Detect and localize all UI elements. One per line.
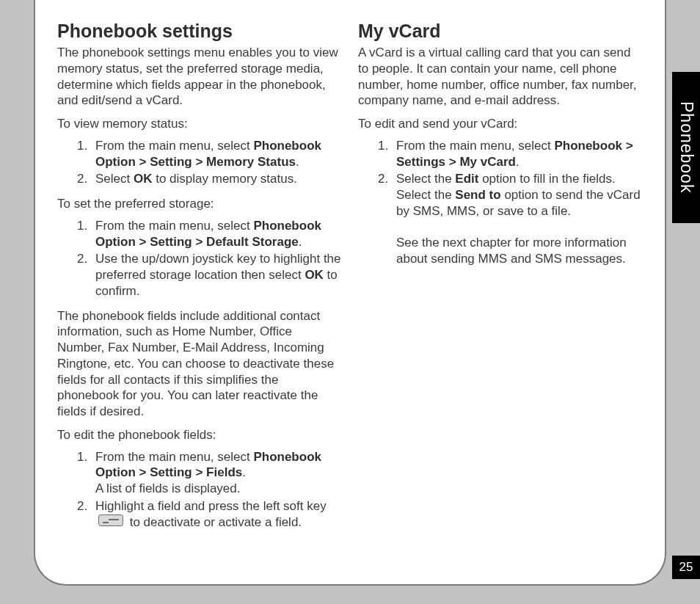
- intro-phonebook-settings: The phonebook settings menu enables you …: [57, 45, 342, 109]
- page-number: 25: [672, 556, 700, 579]
- step-text: From the main menu, select: [95, 139, 253, 153]
- svg-rect-0: [99, 515, 123, 526]
- list-item: Select the Edit option to fill in the fi…: [392, 171, 643, 267]
- right-column: My vCard A vCard is a virtual calling ca…: [358, 21, 643, 539]
- step-bold: Send to: [455, 188, 500, 202]
- prefstorage-steps: From the main menu, select Phonebook Opt…: [57, 218, 342, 299]
- list-item: From the main menu, select Phonebook > S…: [392, 138, 643, 170]
- list-item: From the main menu, select Phonebook Opt…: [91, 449, 342, 497]
- step-text: Select the: [396, 172, 455, 186]
- fields-paragraph: The phonebook fields include additional …: [57, 308, 342, 420]
- list-item: From the main menu, select Phonebook Opt…: [91, 218, 342, 250]
- step-text: to display memory status.: [152, 172, 296, 186]
- list-item: Highlight a field and press the left sof…: [91, 498, 342, 531]
- intro-my-vcard: A vCard is a virtual calling card that y…: [358, 45, 643, 109]
- two-column-layout: Phonebook settings The phonebook setting…: [57, 21, 643, 539]
- step-text: From the main menu, select: [95, 450, 253, 464]
- left-softkey-icon: [98, 514, 123, 531]
- step-text: Highlight a field and press the left sof…: [95, 499, 327, 513]
- fields-steps: From the main menu, select Phonebook Opt…: [57, 449, 342, 531]
- step-text: .: [516, 155, 519, 169]
- heading-my-vcard: My vCard: [358, 21, 643, 42]
- step-text: Select: [95, 172, 134, 186]
- step-text: .: [296, 155, 299, 169]
- step-text: From the main menu, select: [95, 219, 253, 233]
- list-item: Use the up/down joystick key to highligh…: [91, 251, 342, 299]
- step-text: .: [299, 235, 302, 249]
- left-column: Phonebook settings The phonebook setting…: [57, 21, 342, 539]
- list-item: From the main menu, select Phonebook Opt…: [91, 138, 342, 170]
- fields-lead: To edit the phonebook fields:: [57, 427, 342, 443]
- list-item: Select OK to display memory status.: [91, 171, 342, 187]
- step-text: A list of fields is displayed.: [95, 481, 240, 495]
- step-bold: Edit: [455, 172, 478, 186]
- vcard-lead: To edit and send your vCard:: [358, 116, 643, 132]
- vcard-steps: From the main menu, select Phonebook > S…: [358, 138, 643, 267]
- manual-page: Phonebook settings The phonebook setting…: [0, 0, 700, 604]
- step-bold: OK: [305, 268, 324, 282]
- content-card: Phonebook settings The phonebook setting…: [34, 0, 666, 586]
- prefstorage-lead: To set the preferred storage:: [57, 196, 342, 212]
- step-text: to deactivate or activate a field.: [126, 515, 302, 529]
- memstatus-steps: From the main menu, select Phonebook Opt…: [57, 138, 342, 187]
- step-bold: OK: [134, 172, 153, 186]
- step-text: From the main menu, select: [396, 139, 554, 153]
- section-tab-label: Phonebook: [677, 101, 696, 193]
- memstatus-lead: To view memory status:: [57, 116, 342, 132]
- step-text: .: [242, 465, 246, 479]
- step-note: See the next chapter for more informatio…: [396, 236, 627, 266]
- heading-phonebook-settings: Phonebook settings: [57, 21, 342, 42]
- section-tab: Phonebook: [672, 72, 700, 223]
